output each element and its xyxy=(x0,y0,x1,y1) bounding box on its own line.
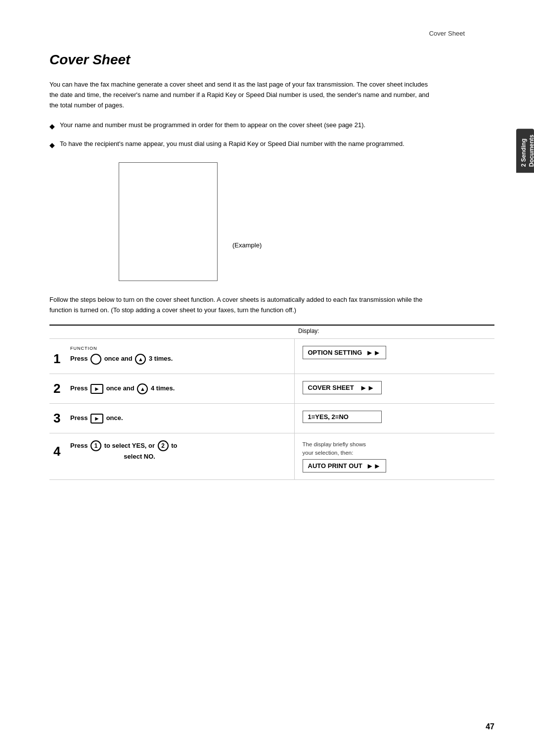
example-area: (Example) xyxy=(119,162,494,281)
function-label: FUNCTION xyxy=(70,346,286,351)
step-4-display-text: AUTO PRINT OUT xyxy=(308,462,362,470)
step-1-display-arrow: ►► xyxy=(366,348,381,357)
sidebar-tab: 2 SendingDocuments xyxy=(516,129,534,173)
step-2-btn-menu: ► xyxy=(90,384,103,394)
steps-intro: Follow the steps below to turn on the co… xyxy=(49,295,435,316)
step-1-content: 1 Press once and ▲ 3 times. xyxy=(53,351,286,367)
bullet-list: ◆ Your name and number must be programme… xyxy=(49,120,435,150)
step-1-left: FUNCTION 1 Press once and ▲ 3 times. xyxy=(49,338,294,374)
page-header: Cover Sheet xyxy=(49,30,494,37)
bullet-text-1: Your name and number must be programmed … xyxy=(60,120,365,131)
step-4-btn-2: 2 xyxy=(158,440,169,451)
sidebar-label: 2 SendingDocuments xyxy=(520,135,534,167)
intro-paragraph: You can have the fax machine generate a … xyxy=(49,80,435,110)
bullet-diamond-2: ◆ xyxy=(49,140,55,150)
step-3-right: 1=YES, 2=NO xyxy=(294,403,494,433)
page-number: 47 xyxy=(486,722,494,731)
step-4-number: 4 xyxy=(53,444,65,459)
step-2-number: 2 xyxy=(53,381,65,396)
step-1-right: OPTION SETTING ►► xyxy=(294,338,494,374)
step-2-display: COVER SHEET ►► xyxy=(303,381,382,394)
bullet-item-2: ◆ To have the recipient's name appear, y… xyxy=(49,139,435,150)
step-1-number: 1 xyxy=(53,351,65,367)
steps-header-row: Display: xyxy=(49,325,494,339)
step-2-left: 2 Press ► once and ▲ 4 times. xyxy=(49,374,294,403)
step-2-right: COVER SHEET ►► xyxy=(294,374,494,403)
steps-table: Display: FUNCTION 1 Press once and ▲ 3 t… xyxy=(49,325,494,480)
step-1-btn-up: ▲ xyxy=(135,354,146,365)
step-3-number: 3 xyxy=(53,411,65,426)
steps-header-left xyxy=(49,325,294,339)
header-title: Cover Sheet xyxy=(429,30,465,37)
bullet-text-2: To have the recipient's name appear, you… xyxy=(60,139,404,149)
step-3-btn-menu: ► xyxy=(90,414,103,424)
step-2-content: 2 Press ► once and ▲ 4 times. xyxy=(53,381,286,396)
step-3-content: 3 Press ► once. xyxy=(53,411,286,426)
bullet-item-1: ◆ Your name and number must be programme… xyxy=(49,120,435,132)
step-4-content: 4 Press 1 to select YES, or 2 to select … xyxy=(53,440,286,463)
step-4-left: 4 Press 1 to select YES, or 2 to select … xyxy=(49,433,294,480)
step-row-1: FUNCTION 1 Press once and ▲ 3 times. OPT… xyxy=(49,338,494,374)
step-4-right: The display briefly showsyour selection,… xyxy=(294,433,494,480)
step-3-display-text: 1=YES, 2=NO xyxy=(308,413,349,421)
example-box xyxy=(119,162,218,281)
step-1-display-text: OPTION SETTING xyxy=(308,349,362,356)
step-1-instruction: Press once and ▲ 3 times. xyxy=(70,353,173,365)
step-4-instruction: Press 1 to select YES, or 2 to select NO… xyxy=(70,440,178,463)
step-row-3: 3 Press ► once. 1=YES, 2=NO xyxy=(49,403,494,433)
steps-header-right: Display: xyxy=(294,325,494,339)
step-4-btn-1: 1 xyxy=(90,440,101,451)
step-1-display: OPTION SETTING ►► xyxy=(303,346,387,359)
step-4-display: AUTO PRINT OUT ►► xyxy=(303,459,387,472)
step-2-display-text: COVER SHEET xyxy=(308,384,354,391)
step-3-left: 3 Press ► once. xyxy=(49,403,294,433)
step-4-note: The display briefly showsyour selection,… xyxy=(303,440,487,458)
step-3-display: 1=YES, 2=NO xyxy=(303,411,382,423)
step-3-instruction: Press ► once. xyxy=(70,413,123,424)
bullet-diamond-1: ◆ xyxy=(49,121,55,132)
step-row-2: 2 Press ► once and ▲ 4 times. COVER SHEE… xyxy=(49,374,494,403)
page-container: Cover Sheet 2 SendingDocuments Cover She… xyxy=(0,0,534,756)
step-row-4: 4 Press 1 to select YES, or 2 to select … xyxy=(49,433,494,480)
step-1-btn-function xyxy=(90,354,101,365)
example-label: (Example) xyxy=(232,241,262,249)
step-2-display-arrow: ►► xyxy=(358,383,375,392)
display-header: Display: xyxy=(298,328,319,334)
step-4-display-arrow: ►► xyxy=(366,462,381,470)
step-2-instruction: Press ► once and ▲ 4 times. xyxy=(70,383,175,394)
page-title: Cover Sheet xyxy=(49,52,494,68)
step-2-btn-up: ▲ xyxy=(137,383,148,394)
